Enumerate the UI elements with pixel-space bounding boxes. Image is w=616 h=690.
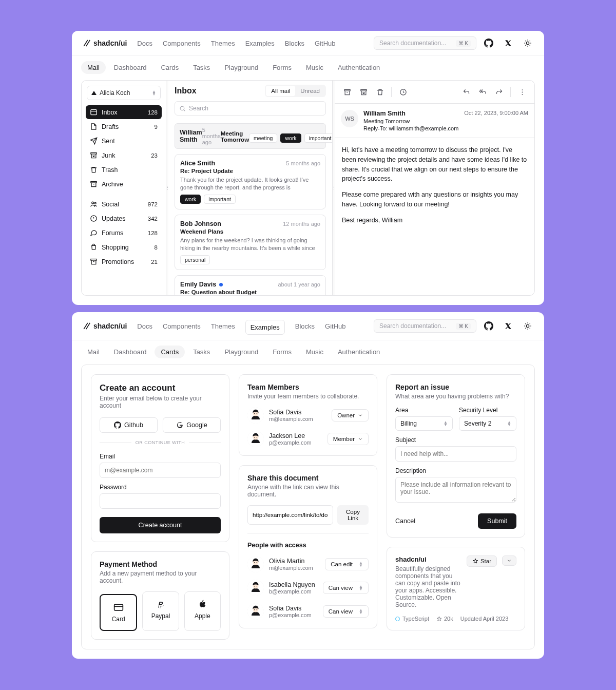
trash-icon[interactable]: [373, 85, 387, 99]
mail-search[interactable]: Search: [175, 101, 326, 116]
level-select[interactable]: Severity 2▲▼: [459, 416, 516, 431]
payopt-apple[interactable]: Apple: [184, 591, 221, 631]
folder-sent[interactable]: Sent: [86, 134, 162, 148]
nav-github[interactable]: GitHub: [325, 322, 345, 330]
search-placeholder: Search documentation...: [379, 40, 446, 47]
tab-authentication[interactable]: Authentication: [332, 61, 386, 74]
tab-playground[interactable]: Playground: [218, 61, 264, 74]
folder-junk[interactable]: Junk23: [86, 148, 162, 162]
mail-item[interactable]: William Smith5 months agoMeeting Tomorro…: [175, 123, 326, 149]
password-field[interactable]: [100, 493, 221, 509]
x-icon[interactable]: [501, 319, 515, 333]
search-input[interactable]: Search documentation... ⌘ K: [374, 36, 476, 50]
nav-blocks[interactable]: Blocks: [285, 40, 304, 47]
nav-components[interactable]: Components: [163, 40, 201, 47]
tab-cards[interactable]: Cards: [155, 61, 185, 74]
star-dropdown[interactable]: [502, 555, 516, 566]
tab-music[interactable]: Music: [300, 346, 330, 358]
logo-icon: [81, 39, 90, 48]
create-account-button[interactable]: Create account: [100, 517, 221, 533]
nav-themes[interactable]: Themes: [211, 322, 235, 330]
share-link-input[interactable]: [247, 505, 333, 525]
junk-icon: [90, 151, 98, 159]
archive-icon[interactable]: [340, 85, 354, 99]
nav-components[interactable]: Components: [163, 322, 201, 330]
brand-logo[interactable]: shadcn/ui: [81, 39, 127, 48]
google-button[interactable]: Google: [163, 417, 221, 433]
nav-github[interactable]: GitHub: [315, 40, 335, 47]
folder-count: 342: [148, 216, 158, 222]
star-icon: [436, 616, 442, 622]
folder-drafts[interactable]: Drafts9: [86, 120, 162, 133]
tab-authentication[interactable]: Authentication: [332, 346, 386, 358]
mail-item[interactable]: Bob Johnson12 months agoWeekend PlansAny…: [175, 215, 326, 270]
folder-trash[interactable]: Trash: [86, 163, 162, 177]
folder-archive[interactable]: Archive: [86, 177, 162, 191]
tab-music[interactable]: Music: [300, 61, 330, 74]
nav-themes[interactable]: Themes: [211, 40, 235, 47]
theme-icon[interactable]: [521, 36, 535, 50]
tab-cards[interactable]: Cards: [155, 346, 185, 358]
brand-logo[interactable]: shadcn/ui: [81, 321, 127, 331]
permission-select[interactable]: Can view▲▼: [323, 605, 369, 618]
tab-forms[interactable]: Forms: [266, 61, 298, 74]
account-switcher[interactable]: Alicia Koch ▲▼: [87, 86, 161, 100]
role-select[interactable]: Member: [328, 433, 369, 445]
role-select[interactable]: Owner: [332, 409, 369, 421]
nav-blocks[interactable]: Blocks: [295, 322, 315, 330]
reader-name: William Smith: [363, 110, 459, 117]
copy-link-button[interactable]: Copy Link: [337, 505, 369, 525]
tab-dashboard[interactable]: Dashboard: [108, 346, 153, 358]
chevron-down-icon: [358, 436, 363, 442]
tab-playground[interactable]: Playground: [218, 346, 264, 358]
mail-item[interactable]: Emily Davisabout 1 year agoRe: Question …: [175, 275, 326, 295]
github-button[interactable]: Github: [100, 417, 158, 433]
reply-all-icon[interactable]: [475, 85, 490, 99]
permission-select[interactable]: Can edit▲▼: [325, 558, 369, 570]
tab-tasks[interactable]: Tasks: [187, 61, 216, 74]
chevron-updown-icon: ▲▼: [359, 585, 363, 590]
folder-shopping[interactable]: Shopping8: [86, 240, 162, 254]
cancel-button[interactable]: Cancel: [395, 514, 415, 528]
github-icon[interactable]: [482, 36, 496, 50]
theme-icon[interactable]: [521, 319, 535, 333]
reply-icon[interactable]: [459, 85, 473, 99]
x-icon[interactable]: [501, 36, 515, 50]
area-select[interactable]: Billing▲▼: [395, 416, 453, 431]
seg-all[interactable]: All mail: [266, 86, 295, 96]
seg-unread[interactable]: Unread: [295, 86, 325, 96]
payopt-card[interactable]: Card: [100, 594, 137, 631]
search-input[interactable]: Search documentation... ⌘ K: [374, 319, 476, 333]
tab-tasks[interactable]: Tasks: [187, 346, 216, 358]
submit-button[interactable]: Submit: [478, 513, 516, 529]
folder-inbox[interactable]: Inbox128: [86, 105, 162, 119]
clock-icon[interactable]: [396, 85, 410, 99]
tab-mail[interactable]: Mail: [81, 61, 106, 74]
star-button[interactable]: Star: [467, 555, 497, 567]
tab-mail[interactable]: Mail: [81, 346, 106, 358]
tab-dashboard[interactable]: Dashboard: [108, 61, 153, 74]
nav-docs[interactable]: Docs: [137, 322, 152, 330]
archive-x-icon[interactable]: [356, 85, 371, 99]
permission-select[interactable]: Can view▲▼: [323, 582, 369, 594]
svg-rect-9: [344, 89, 350, 91]
payopt-paypal[interactable]: Paypal: [142, 591, 179, 631]
forward-icon[interactable]: [492, 85, 506, 99]
description-field[interactable]: [395, 477, 516, 503]
github-icon[interactable]: [482, 319, 496, 333]
folder-updates[interactable]: Updates342: [86, 212, 162, 225]
email-field[interactable]: [100, 463, 221, 478]
nav-docs[interactable]: Docs: [137, 40, 152, 47]
more-icon[interactable]: [515, 85, 529, 99]
folder-social[interactable]: Social972: [86, 197, 162, 211]
folder-forums[interactable]: Forums128: [86, 226, 162, 240]
nav-examples[interactable]: Examples: [245, 40, 275, 47]
mail-filter-segment[interactable]: All mail Unread: [265, 85, 326, 97]
mail-item[interactable]: Alice Smith5 months agoRe: Project Updat…: [175, 154, 326, 209]
subject-field[interactable]: [395, 446, 516, 462]
tab-forms[interactable]: Forms: [266, 346, 298, 358]
nav-examples[interactable]: Examples: [245, 320, 285, 335]
account-title: Create an account: [100, 383, 221, 393]
chevron-updown-icon: ▲▼: [444, 421, 448, 426]
folder-promotions[interactable]: Promotions21: [86, 255, 162, 269]
